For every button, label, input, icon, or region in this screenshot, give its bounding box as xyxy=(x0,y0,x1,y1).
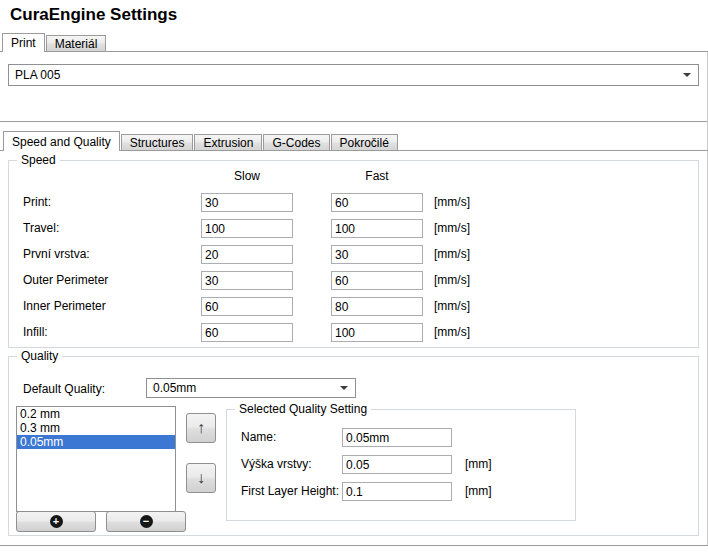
speed-row-label-print: Print: xyxy=(23,195,51,209)
outer-tabstrip: Print Materiál xyxy=(2,33,106,52)
first-layer-height-field[interactable] xyxy=(342,482,452,501)
speed-row-label-outer-perimeter: Outer Perimeter xyxy=(23,273,108,287)
section-divider xyxy=(0,121,708,122)
first-layer-fast-input[interactable] xyxy=(331,245,423,264)
profile-combobox[interactable]: PLA 005 xyxy=(8,64,699,86)
column-header-fast: Fast xyxy=(331,169,423,183)
name-field[interactable] xyxy=(342,428,452,447)
speed-row-label-first-layer: První vrstva: xyxy=(23,247,90,261)
profile-combobox-value: PLA 005 xyxy=(15,68,60,82)
travel-slow-input[interactable] xyxy=(201,219,293,238)
print-fast-input[interactable] xyxy=(331,193,423,212)
remove-quality-button[interactable]: − xyxy=(106,511,186,532)
speed-row-label-travel: Travel: xyxy=(23,221,59,235)
default-quality-combobox[interactable]: 0.05mm xyxy=(146,378,356,398)
up-arrow-icon: ↑ xyxy=(197,420,205,436)
selected-quality-groupbox: Selected Quality Setting Name: Výška vrs… xyxy=(226,409,576,521)
add-quality-button[interactable]: + xyxy=(16,511,96,532)
tab-structures[interactable]: Structures xyxy=(121,134,194,151)
layer-height-field-label: Výška vrstvy: xyxy=(241,457,312,471)
move-down-button[interactable]: ↓ xyxy=(186,463,216,493)
travel-unit: [mm/s] xyxy=(434,221,470,235)
infill-unit: [mm/s] xyxy=(434,325,470,339)
tab-material[interactable]: Materiál xyxy=(46,35,107,52)
quality-listbox: 0.2 mm 0.3 mm 0.05mm xyxy=(16,406,176,512)
layer-height-unit: [mm] xyxy=(465,457,492,471)
inner-perimeter-unit: [mm/s] xyxy=(434,299,470,313)
outer-perimeter-unit: [mm/s] xyxy=(434,273,470,287)
speed-groupbox: Speed Slow Fast Print: [mm/s] Travel: [m… xyxy=(8,160,699,348)
inner-perimeter-fast-input[interactable] xyxy=(331,297,423,316)
infill-fast-input[interactable] xyxy=(331,323,423,342)
page-title: CuraEngine Settings xyxy=(10,5,177,25)
quality-group-label: Quality xyxy=(17,349,62,363)
list-item[interactable]: 0.3 mm xyxy=(17,421,175,435)
first-layer-height-unit: [mm] xyxy=(465,484,492,498)
speed-row-label-infill: Infill: xyxy=(23,325,48,339)
default-quality-label: Default Quality: xyxy=(23,382,105,396)
infill-slow-input[interactable] xyxy=(201,323,293,342)
print-unit: [mm/s] xyxy=(434,195,470,209)
first-layer-slow-input[interactable] xyxy=(201,245,293,264)
first-layer-unit: [mm/s] xyxy=(434,247,470,261)
default-quality-value: 0.05mm xyxy=(153,381,196,395)
tab-extrusion[interactable]: Extrusion xyxy=(194,134,262,151)
plus-icon: + xyxy=(50,515,63,528)
dropdown-arrow-icon xyxy=(683,73,691,77)
name-field-label: Name: xyxy=(241,430,276,444)
outer-perimeter-fast-input[interactable] xyxy=(331,271,423,290)
layer-height-field[interactable] xyxy=(342,455,452,474)
speed-group-label: Speed xyxy=(17,153,60,167)
travel-fast-input[interactable] xyxy=(331,219,423,238)
quality-groupbox: Quality Default Quality: 0.05mm 0.2 mm 0… xyxy=(8,356,699,536)
minus-icon: − xyxy=(140,515,153,528)
first-layer-height-field-label: First Layer Height: xyxy=(241,484,339,498)
column-header-slow: Slow xyxy=(201,169,293,183)
list-item[interactable]: 0.2 mm xyxy=(17,407,175,421)
tab-pokrocile[interactable]: Pokročilé xyxy=(331,134,398,151)
selected-quality-group-label: Selected Quality Setting xyxy=(235,402,371,416)
outer-perimeter-slow-input[interactable] xyxy=(201,271,293,290)
print-slow-input[interactable] xyxy=(201,193,293,212)
bottom-border xyxy=(0,545,708,546)
down-arrow-icon: ↓ xyxy=(197,470,205,486)
speed-row-label-inner-perimeter: Inner Perimeter xyxy=(23,299,106,313)
dropdown-arrow-icon xyxy=(340,386,348,390)
move-up-button[interactable]: ↑ xyxy=(186,413,216,443)
list-item[interactable]: 0.05mm xyxy=(17,435,175,449)
inner-tabstrip: Speed and Quality Structures Extrusion G… xyxy=(3,131,398,151)
tab-print[interactable]: Print xyxy=(2,33,45,52)
inner-perimeter-slow-input[interactable] xyxy=(201,297,293,316)
tab-gcodes[interactable]: G-Codes xyxy=(263,134,329,151)
tab-speed-and-quality[interactable]: Speed and Quality xyxy=(3,131,120,151)
